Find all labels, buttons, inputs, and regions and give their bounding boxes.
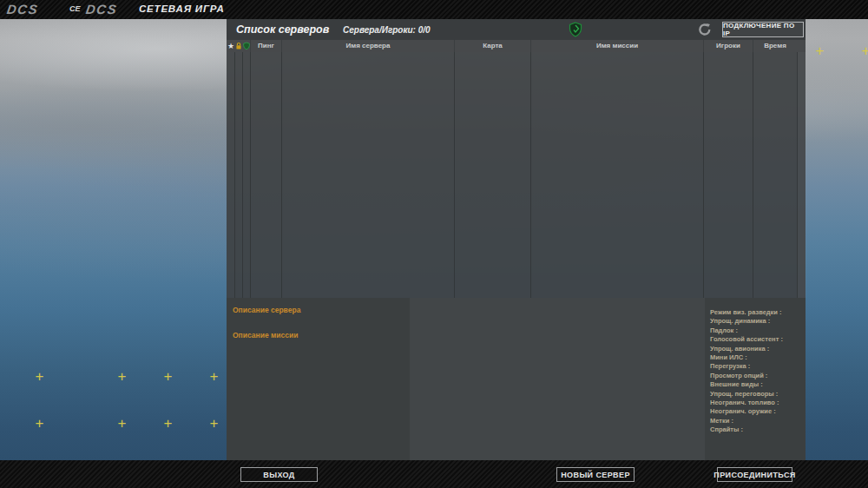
unit-label-marker: + — [860, 46, 868, 57]
option-label: Неогранич. топливо : — [710, 399, 783, 407]
title-bar: DCS СЕ DCS СЕТЕВАЯ ИГРА — [0, 0, 868, 19]
footer-bar: ВЫХОД НОВЫЙ СЕРВЕР ПРИСОЕДИНИТЬСЯ — [0, 460, 868, 488]
column-divider — [281, 52, 282, 298]
mission-options-column: Режим виз. разведки :Упрощ. динамика :Па… — [705, 298, 806, 460]
panel-title: Список серверов — [236, 23, 329, 36]
column-header-ping[interactable]: Пинг — [250, 40, 281, 52]
secure-shield-column-icon[interactable] — [243, 40, 250, 52]
unit-label-marker: + — [208, 372, 220, 383]
server-browser-header: Список серверов Сервера/Игроки: 0/0 ПОДК… — [227, 19, 806, 40]
option-label: Падлок : — [710, 326, 783, 335]
option-label: Внешние виды : — [710, 380, 783, 389]
options-list: Режим виз. разведки :Упрощ. динамика :Па… — [710, 308, 783, 434]
option-label: Перегрузка : — [710, 362, 783, 371]
connect-by-ip-button[interactable]: ПОДКЛЮЧЕНИЕ ПО IP — [722, 22, 804, 37]
option-label: Голосовой ассистент : — [710, 335, 783, 344]
column-divider — [250, 52, 251, 298]
scrollbar-track[interactable] — [797, 52, 806, 298]
option-label: Просмотр опций : — [710, 372, 783, 380]
description-labels-column: Описание сервера Описание миссии — [227, 298, 410, 460]
server-table-header: ★ Пинг Имя сервера Карта Имя миссии Игро… — [227, 40, 806, 52]
column-divider — [454, 52, 455, 298]
title-bar-partial-text: СЕ — [69, 4, 81, 13]
unit-label-marker: + — [814, 46, 825, 57]
dcs-multiplayer-screen: ++++++++++ DCS СЕ DCS СЕТЕВАЯ ИГРА Списо… — [0, 0, 868, 488]
option-label: Режим виз. разведки : — [710, 308, 783, 317]
unit-label-marker: + — [34, 419, 45, 430]
exit-button[interactable]: ВЫХОД — [240, 467, 318, 482]
column-divider — [753, 52, 753, 298]
column-divider — [530, 52, 531, 298]
unit-label-marker: + — [116, 372, 128, 383]
column-header-players[interactable]: Игроки — [703, 40, 753, 52]
column-header-map[interactable]: Карта — [454, 40, 530, 52]
column-divider — [703, 52, 704, 298]
servers-players-count: Сервера/Игроки: 0/0 — [343, 25, 431, 35]
server-browser-panel: Список серверов Сервера/Игроки: 0/0 ПОДК… — [227, 19, 806, 460]
join-button[interactable]: ПРИСОЕДИНИТЬСЯ — [717, 467, 792, 482]
option-label: Мини ИЛС : — [710, 353, 783, 362]
server-description-label: Описание сервера — [233, 306, 300, 314]
option-label: Упрощ. динамика : — [710, 317, 783, 326]
option-label: Упрощ. переговоры : — [710, 390, 783, 399]
mission-description-label: Описание миссии — [233, 331, 298, 340]
unit-label-marker: + — [208, 419, 220, 430]
option-label: Неогранич. оружие : — [710, 407, 783, 416]
unit-label-marker: + — [162, 372, 174, 383]
description-content-area — [410, 298, 705, 460]
column-header-server-name[interactable]: Имя сервера — [281, 40, 454, 52]
unit-label-marker: + — [34, 372, 45, 383]
secured-shield-icon — [569, 22, 582, 41]
option-label: Метки : — [710, 417, 783, 425]
column-header-time[interactable]: Время — [753, 40, 797, 52]
column-divider — [234, 52, 235, 298]
window-title: СЕТЕВАЯ ИГРА — [139, 3, 225, 14]
column-divider — [242, 52, 243, 298]
password-lock-icon[interactable] — [235, 40, 242, 52]
unit-label-marker: + — [116, 419, 128, 430]
unit-label-marker: + — [162, 419, 174, 430]
option-label: Спрайты : — [710, 425, 783, 434]
refresh-icon[interactable] — [698, 23, 712, 36]
dcs-logo: DCS — [6, 2, 40, 16]
server-list-body — [227, 52, 806, 298]
new-server-button[interactable]: НОВЫЙ СЕРВЕР — [556, 467, 635, 482]
dcs-logo-secondary: DCS — [85, 2, 119, 16]
option-label: Упрощ. авионика : — [710, 345, 783, 353]
favorite-star-icon[interactable]: ★ — [227, 40, 234, 52]
column-header-mission-name[interactable]: Имя миссии — [530, 40, 703, 52]
details-panel: Описание сервера Описание миссии Режим в… — [227, 298, 806, 460]
